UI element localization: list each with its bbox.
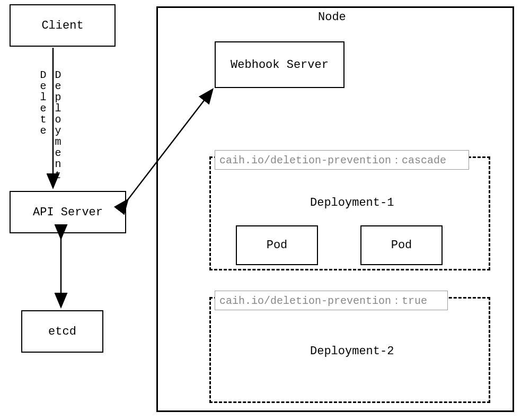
api-to-webhook-arrow — [127, 90, 212, 200]
diagram-canvas: Client API Server etcd Node Webhook Serv… — [0, 0, 530, 420]
deployment-edge-label: Deployment — [52, 69, 64, 180]
delete-edge-label: Delete — [37, 69, 49, 136]
arrows-layer — [0, 0, 530, 420]
